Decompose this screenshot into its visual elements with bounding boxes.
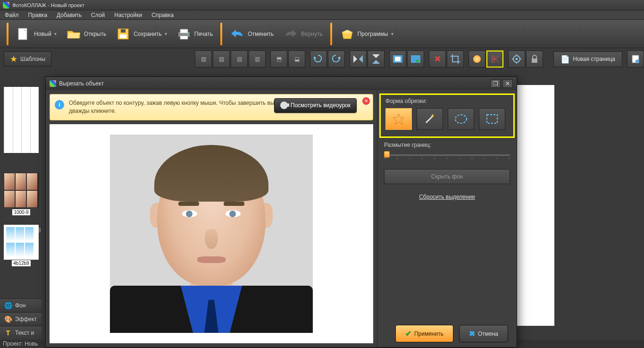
rotate-ccw-icon[interactable] [310,51,327,68]
toolbar-separator [330,23,332,45]
new-page-button[interactable]: 📄 Новая страница [553,51,622,67]
cutout-icon[interactable] [486,51,503,68]
side-text-button[interactable]: TТекст и [0,326,42,340]
app-titlebar: ФотоКОЛЛАЖ - Новый проект [0,0,644,10]
dialog-logo-icon [50,80,56,87]
shape-magic-wand-button[interactable] [417,108,443,130]
star-icon: ★ [10,54,17,64]
apply-button[interactable]: ✔ Применить [395,325,453,342]
flip-h-icon[interactable] [350,51,367,68]
shape-freehand-button[interactable] [385,108,412,130]
side-effects-button[interactable]: 🎨Эффект [0,312,42,326]
templates-bar[interactable]: ★ Шаблоны [4,51,51,67]
redo-button[interactable]: Вернуть [278,25,327,43]
info-icon: i [55,100,64,110]
cancel-label: Отмена [478,331,498,337]
dialog-restore-icon[interactable]: ❐ [490,79,501,88]
redo-label: Вернуть [301,31,323,37]
new-button[interactable]: Новый▾ [11,25,61,43]
fit-icon[interactable] [389,51,406,68]
cancel-button[interactable]: ✖ Отмена [459,325,508,342]
toolbar-separator [7,23,8,45]
layer-down-icon[interactable]: ▧ [195,51,212,68]
save-button[interactable]: Сохранить▾ [111,25,172,43]
thumb-1[interactable]: 1000-9 [4,173,39,215]
menu-settings[interactable]: Настройки [109,11,147,19]
svg-point-16 [416,59,419,62]
undo-button[interactable]: Отменить [225,25,278,43]
hint-close-icon[interactable]: ✕ [362,97,370,105]
menu-help[interactable]: Справка [147,11,178,19]
app-logo-icon [3,2,9,8]
programs-label: Программы [358,31,388,37]
secondary-toolbar: ▧ ▨ ▤ ▥ ⬒ ⬓ ✕ 📄 Новая страница [195,51,644,68]
svg-rect-30 [487,115,497,123]
save-label: Сохранить [134,31,162,37]
svg-point-20 [516,58,518,60]
open-button[interactable]: Открыть [61,25,111,43]
svg-marker-28 [393,114,404,124]
lock-icon[interactable] [526,51,543,68]
blur-slider[interactable]: ''''''''''' [384,152,510,161]
left-panel: ◂▸ 1000-9 4b12b9 🌐Фон 🎨Эффект TТекст и [0,70,45,348]
reset-selection-link[interactable]: Сбросить выделение [377,186,517,208]
side-bg-button[interactable]: 🌐Фон [0,298,42,312]
layer-back-icon[interactable]: ▤ [231,51,248,68]
main-toolbar: Новый▾ Открыть Сохранить▾ Печать Отменит… [0,20,644,48]
menu-add[interactable]: Добавить [52,11,86,19]
chevron-down-icon: ▾ [391,31,393,36]
actual-size-icon[interactable] [407,51,424,68]
photo-preview [110,135,313,333]
ellipse-dashed-icon [454,113,468,125]
cutout-dialog: Вырезать объект ❐ ✕ i Обведите объект по… [45,76,517,348]
hint-bar: i Обведите объект по контуру, зажав леву… [50,94,373,120]
status-text: Проект: Новь [3,340,38,347]
side-effects-label: Эффект [15,316,37,323]
layer-up-icon[interactable]: ▨ [213,51,230,68]
align-bottom-icon[interactable]: ⬓ [288,51,305,68]
crop-icon[interactable] [447,51,464,68]
print-button[interactable]: Печать [172,25,217,43]
template-strip[interactable] [4,87,39,153]
svg-rect-14 [395,57,401,61]
svg-marker-11 [372,54,380,58]
svg-point-27 [636,59,639,63]
new-page-label: Новая страница [573,56,615,62]
delete-icon[interactable]: ✕ [429,51,446,68]
hide-background-button[interactable]: Скрыть фон [384,169,510,184]
settings-icon[interactable] [508,51,525,68]
side-bg-label: Фон [15,302,25,309]
side-text-label: Текст и [15,330,34,336]
flip-v-icon[interactable] [368,51,385,68]
rotate-cw-icon[interactable] [328,51,345,68]
dialog-title: Вырезать объект [59,80,104,87]
text-t-icon: T [4,329,12,337]
menu-edit[interactable]: Правка [24,11,52,19]
svg-point-18 [492,56,494,59]
svg-marker-12 [372,60,380,64]
adjust-icon[interactable] [468,51,485,68]
new-file-icon [16,26,31,42]
image-viewer[interactable] [50,124,373,343]
undo-icon [230,26,245,42]
box-icon [340,26,355,42]
shape-ellipse-button[interactable] [448,108,474,130]
dialog-titlebar[interactable]: Вырезать объект ❐ ✕ [46,77,517,90]
canvas[interactable] [512,85,554,326]
layer-front-icon[interactable]: ▥ [249,51,266,68]
print-icon [176,26,192,42]
video-lesson-button[interactable]: Посмотреть видеоурок [274,98,357,113]
align-top-icon[interactable]: ⬒ [270,51,287,68]
print-label: Печать [194,31,213,37]
redo-icon [283,26,298,42]
rect-dashed-icon [485,113,499,125]
programs-button[interactable]: Программы▾ [335,25,398,43]
svg-rect-3 [120,34,126,38]
page-options-icon[interactable] [627,51,644,68]
dialog-close-icon[interactable]: ✕ [502,79,513,88]
thumb-2-name: 4b12b9 [12,260,30,266]
thumb-2[interactable]: 4b12b9 [4,225,39,266]
menu-layer[interactable]: Слой [86,11,109,19]
menu-file[interactable]: Файл [0,11,24,19]
shape-rect-button[interactable] [479,108,505,130]
